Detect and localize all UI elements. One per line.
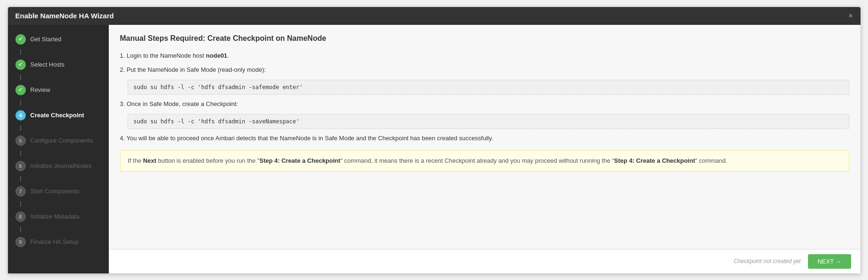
next-button[interactable]: NEXT → xyxy=(808,254,851,269)
sidebar-label-review: Review xyxy=(30,86,51,93)
connector-3 xyxy=(20,100,21,106)
wizard-title-bar: Enable NameNode HA Wizard × xyxy=(8,7,860,25)
step-circle-9: 9 xyxy=(15,237,26,247)
sidebar-item-initialize-journalnodes[interactable]: 6 Initialize JournalNodes xyxy=(8,156,109,176)
step-2-text: 2. Put the NameNode in Safe Mode (read-o… xyxy=(120,65,849,75)
wizard-body: ✓ Get Started ✓ Select Hosts ✓ Review 4 … xyxy=(8,25,860,273)
sidebar-label-finalize-ha-setup: Finalize HA Setup xyxy=(30,238,79,245)
step-circle-3: ✓ xyxy=(15,85,26,95)
sidebar-item-create-checkpoint[interactable]: 4 Create Checkpoint xyxy=(8,106,109,125)
sidebar-item-start-components[interactable]: 7 Start Components xyxy=(8,182,109,201)
connector-2 xyxy=(20,75,21,80)
step-1-suffix: . xyxy=(227,52,229,59)
step-circle-2: ✓ xyxy=(15,60,26,70)
step-1-text: 1. Login to the NameNode host node01. xyxy=(120,51,849,61)
info-suffix: " command. xyxy=(695,157,727,164)
info-middle: button is enabled before you run the " xyxy=(156,157,259,164)
sidebar-item-get-started[interactable]: ✓ Get Started xyxy=(8,30,109,49)
content-title: Manual Steps Required: Create Checkpoint… xyxy=(120,34,849,43)
sidebar-label-select-hosts: Select Hosts xyxy=(30,61,65,68)
info-prefix: If the xyxy=(128,157,143,164)
step-circle-8: 8 xyxy=(15,212,26,222)
step-circle-1: ✓ xyxy=(15,34,26,45)
connector-8 xyxy=(20,227,21,232)
info-box: If the Next button is enabled before you… xyxy=(120,150,849,172)
step-circle-7: 7 xyxy=(15,186,26,197)
sidebar-label-start-components: Start Components xyxy=(30,188,80,195)
step-1-prefix: Login to the NameNode host xyxy=(127,52,206,59)
close-button[interactable]: × xyxy=(848,12,853,20)
content-main: Manual Steps Required: Create Checkpoint… xyxy=(109,25,860,249)
step-4-text: 4. You will be able to proceed once Amba… xyxy=(120,134,849,144)
sidebar-label-create-checkpoint: Create Checkpoint xyxy=(30,112,84,119)
info-step4-label2: Step 4: Create a Checkpoint xyxy=(614,157,695,164)
step-3-code: sudo su hdfs -l -c 'hdfs dfsadmin -saveN… xyxy=(128,114,849,129)
sidebar-label-get-started: Get Started xyxy=(30,36,61,43)
sidebar-item-select-hosts[interactable]: ✓ Select Hosts xyxy=(8,55,109,75)
step-4-label: You will be able to proceed once Ambari … xyxy=(127,135,493,142)
step-2-code: sudo su hdfs -l -c 'hdfs dfsadmin -safem… xyxy=(128,80,849,95)
sidebar-label-initialize-journalnodes: Initialize JournalNodes xyxy=(30,162,92,169)
content-area: Manual Steps Required: Create Checkpoint… xyxy=(109,25,860,273)
sidebar-item-initialize-metadata[interactable]: 8 Initialize Metadata xyxy=(8,207,109,227)
step-circle-4: 4 xyxy=(15,110,26,121)
sidebar-label-initialize-metadata: Initialize Metadata xyxy=(30,213,80,220)
step-2-number: 2. xyxy=(120,66,127,73)
step-2-label: Put the NameNode in Safe Mode (read-only… xyxy=(127,66,266,73)
connector-7 xyxy=(20,201,21,207)
step-1-bold: node01 xyxy=(206,52,227,59)
sidebar-label-configure-components: Configure Components xyxy=(30,137,93,144)
connector-1 xyxy=(20,49,21,55)
checkpoint-status: Checkpoint not created yet xyxy=(734,258,801,265)
connector-4 xyxy=(20,125,21,131)
sidebar-item-finalize-ha-setup[interactable]: 9 Finalize HA Setup xyxy=(8,232,109,252)
step-1-number: 1. xyxy=(120,52,127,59)
sidebar-item-review[interactable]: ✓ Review xyxy=(8,80,109,100)
footer: Checkpoint not created yet NEXT → xyxy=(109,249,860,273)
step-circle-6: 6 xyxy=(15,161,26,171)
step-circle-5: 5 xyxy=(15,136,26,146)
sidebar-item-configure-components[interactable]: 5 Configure Components xyxy=(8,131,109,151)
sidebar: ✓ Get Started ✓ Select Hosts ✓ Review 4 … xyxy=(8,25,109,273)
info-step4-label: Step 4: Create a Checkpoint xyxy=(259,157,340,164)
connector-6 xyxy=(20,176,21,182)
info-next-label: Next xyxy=(143,157,156,164)
wizard-container: Enable NameNode HA Wizard × ✓ Get Starte… xyxy=(8,7,861,274)
wizard-title: Enable NameNode HA Wizard xyxy=(15,12,114,20)
step-3-text: 3. Once in Safe Mode, create a Checkpoin… xyxy=(120,99,849,109)
step-3-label: Once in Safe Mode, create a Checkpoint: xyxy=(127,100,238,107)
connector-5 xyxy=(20,151,21,156)
step-4-number: 4. xyxy=(120,135,127,142)
info-middle2: " command, it means there is a recent Ch… xyxy=(340,157,614,164)
step-3-number: 3. xyxy=(120,100,127,107)
